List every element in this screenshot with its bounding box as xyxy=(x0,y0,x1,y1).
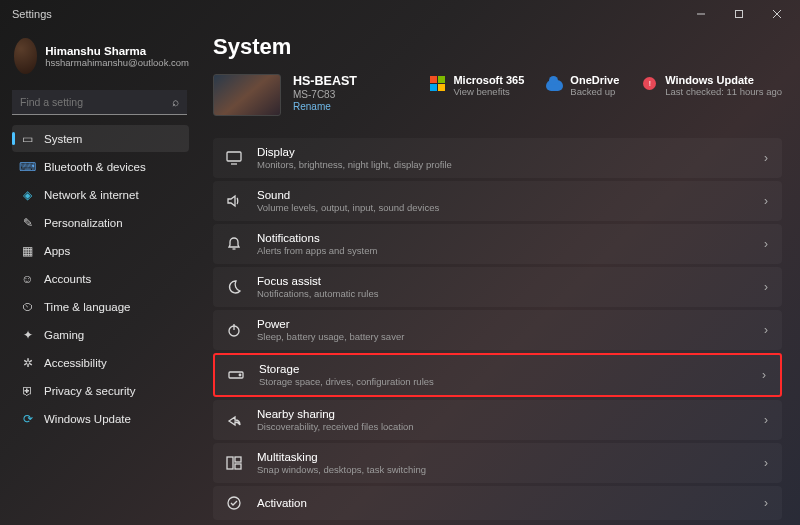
close-button[interactable] xyxy=(758,0,796,28)
svg-rect-1 xyxy=(736,11,743,18)
row-nearby[interactable]: Nearby sharingDiscoverability, received … xyxy=(213,400,782,440)
page-title: System xyxy=(213,34,782,60)
search-input[interactable] xyxy=(12,90,187,115)
avatar xyxy=(14,38,37,74)
row-multitask[interactable]: MultitaskingSnap windows, desktops, task… xyxy=(213,443,782,483)
person-icon: ☺ xyxy=(20,271,35,286)
sidebar-item-personalization[interactable]: ✎Personalization xyxy=(12,209,189,236)
brush-icon: ✎ xyxy=(20,215,35,230)
sidebar-item-accounts[interactable]: ☺Accounts xyxy=(12,265,189,292)
device-name: HS-BEAST xyxy=(293,74,357,88)
row-notifications[interactable]: NotificationsAlerts from apps and system… xyxy=(213,224,782,264)
maximize-button[interactable] xyxy=(720,0,758,28)
moon-icon xyxy=(225,278,243,296)
display-icon xyxy=(225,149,243,167)
m365-icon xyxy=(429,75,446,92)
update-icon: ⟳ xyxy=(20,411,35,426)
sidebar-item-apps[interactable]: ▦Apps xyxy=(12,237,189,264)
svg-point-10 xyxy=(239,374,241,376)
system-icon: ▭ xyxy=(20,131,35,146)
search-box[interactable]: ⌕ xyxy=(12,90,187,115)
storage-icon xyxy=(227,366,245,384)
svg-rect-4 xyxy=(227,152,241,161)
sidebar-item-gaming[interactable]: ✦Gaming xyxy=(12,321,189,348)
shield-icon: ⛨ xyxy=(20,383,35,398)
chevron-right-icon: › xyxy=(764,413,768,427)
bell-icon xyxy=(225,235,243,253)
chevron-right-icon: › xyxy=(764,456,768,470)
power-icon xyxy=(225,321,243,339)
row-focus[interactable]: Focus assistNotifications, automatic rul… xyxy=(213,267,782,307)
sound-icon xyxy=(225,192,243,210)
svg-rect-12 xyxy=(235,457,241,462)
share-icon xyxy=(225,411,243,429)
user-email: hssharmahimanshu@outlook.com xyxy=(45,57,189,68)
chevron-right-icon: › xyxy=(764,237,768,251)
multitask-icon xyxy=(225,454,243,472)
svg-rect-11 xyxy=(227,457,233,469)
sidebar-item-bluetooth[interactable]: ⌨Bluetooth & devices xyxy=(12,153,189,180)
row-power[interactable]: PowerSleep, battery usage, battery saver… xyxy=(213,310,782,350)
main-content: System HS-BEAST MS-7C83 Rename Microsoft… xyxy=(195,28,800,525)
wifi-icon: ◈ xyxy=(20,187,35,202)
chevron-right-icon: › xyxy=(764,151,768,165)
row-display[interactable]: DisplayMonitors, brightness, night light… xyxy=(213,138,782,178)
svg-point-14 xyxy=(228,497,240,509)
check-icon xyxy=(225,494,243,512)
nav: ▭System ⌨Bluetooth & devices ◈Network & … xyxy=(12,125,189,432)
chevron-right-icon: › xyxy=(764,194,768,208)
sidebar-item-network[interactable]: ◈Network & internet xyxy=(12,181,189,208)
chevron-right-icon: › xyxy=(764,323,768,337)
update-alert-icon: ! xyxy=(641,75,658,92)
accessibility-icon: ✲ xyxy=(20,355,35,370)
card-winupdate[interactable]: ! Windows UpdateLast checked: 11 hours a… xyxy=(641,74,782,97)
user-name: Himanshu Sharma xyxy=(45,45,189,57)
onedrive-icon xyxy=(546,75,563,92)
row-activation[interactable]: Activation › xyxy=(213,486,782,520)
row-sound[interactable]: SoundVolume levels, output, input, sound… xyxy=(213,181,782,221)
device-model: MS-7C83 xyxy=(293,89,357,100)
sidebar-item-system[interactable]: ▭System xyxy=(12,125,189,152)
sidebar-item-time[interactable]: ⏲Time & language xyxy=(12,293,189,320)
titlebar: Settings xyxy=(0,0,800,28)
settings-list: DisplayMonitors, brightness, night light… xyxy=(213,138,782,520)
device-hero: HS-BEAST MS-7C83 Rename Microsoft 365Vie… xyxy=(213,74,782,116)
app-title: Settings xyxy=(12,8,52,20)
user-profile[interactable]: Himanshu Sharma hssharmahimanshu@outlook… xyxy=(12,32,189,86)
chevron-right-icon: › xyxy=(764,280,768,294)
rename-link[interactable]: Rename xyxy=(293,101,357,112)
sidebar-item-update[interactable]: ⟳Windows Update xyxy=(12,405,189,432)
clock-icon: ⏲ xyxy=(20,299,35,314)
chevron-right-icon: › xyxy=(764,496,768,510)
sidebar-item-privacy[interactable]: ⛨Privacy & security xyxy=(12,377,189,404)
chevron-right-icon: › xyxy=(762,368,766,382)
svg-rect-13 xyxy=(235,464,241,469)
minimize-button[interactable] xyxy=(682,0,720,28)
bluetooth-icon: ⌨ xyxy=(20,159,35,174)
apps-icon: ▦ xyxy=(20,243,35,258)
card-m365[interactable]: Microsoft 365View benefits xyxy=(429,74,524,97)
sidebar: Himanshu Sharma hssharmahimanshu@outlook… xyxy=(0,28,195,525)
card-onedrive[interactable]: OneDriveBacked up xyxy=(546,74,619,97)
settings-window: Settings Himanshu Sharma hssharmahimansh… xyxy=(0,0,800,525)
gaming-icon: ✦ xyxy=(20,327,35,342)
row-storage[interactable]: StorageStorage space, drives, configurat… xyxy=(213,353,782,397)
sidebar-item-accessibility[interactable]: ✲Accessibility xyxy=(12,349,189,376)
wallpaper-thumb xyxy=(213,74,281,116)
search-icon: ⌕ xyxy=(172,95,179,109)
